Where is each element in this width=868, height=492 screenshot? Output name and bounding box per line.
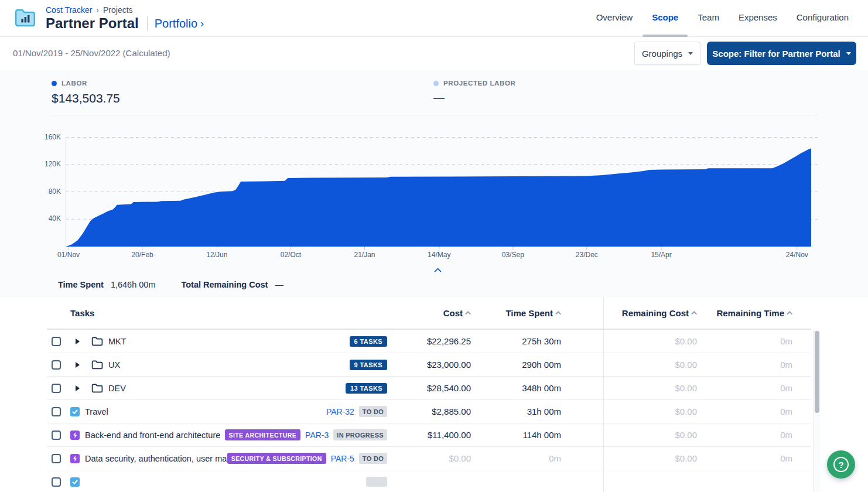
row-checkbox[interactable] [52,360,61,370]
cost-value: $2,885.00 [387,400,471,423]
folder-icon [91,360,103,370]
table-row-group[interactable]: MKT6 TASKS$22,296.25275h 30m$0.000m [47,330,811,353]
total-remaining-cost-value: — [275,280,283,289]
table-row[interactable]: Back-end and front-end architectureSITE … [47,423,811,447]
x-axis-tick-label: 02/Oct [267,251,314,259]
cost-value: $0.00 [387,447,471,470]
title-divider [147,16,148,30]
row-checkbox[interactable] [52,477,61,487]
labor-value: $143,503.75 [52,91,120,105]
scope-filter-button[interactable]: Scope: Filter for Partner Portal [707,42,856,65]
y-axis-tick-label: 120K [34,160,61,168]
epic-icon [70,454,80,463]
task-name: Travel [85,407,108,416]
table-row[interactable] [47,470,811,492]
expand-arrow-icon[interactable] [76,385,80,391]
title-row: Partner Portal Portfolio › [46,15,204,32]
sort-caret-icon [787,310,792,316]
help-button[interactable]: ? [827,450,855,479]
group-name: MKT [108,337,127,346]
cost-chart-panel: LABOR $143,503.75 PROJECTED LABOR — 40K8… [0,70,868,297]
tab-scope[interactable]: Scope [652,12,678,25]
time-spent-value: 290h 00m [471,353,561,376]
sort-caret-icon [555,310,561,316]
row-checkbox[interactable] [52,384,61,393]
expand-arrow-icon[interactable] [76,362,80,368]
chevron-up-icon [434,268,442,275]
table-scrollbar-track[interactable] [813,330,821,492]
table-row-group[interactable]: UX9 TASKS$23,000.00290h 00m$0.000m [47,353,811,377]
row-checkbox[interactable] [52,430,61,440]
task-name: Back-end and front-end architecture [85,430,220,440]
folder-icon [91,336,103,346]
top-header: Cost Tracker › Projects Partner Portal P… [0,0,868,37]
cost-value: $28,540.00 [387,377,471,399]
page-title: Partner Portal [46,15,139,32]
x-axis-tick-label: 15/Apr [638,251,685,259]
remaining-cost-value: $0.00 [603,353,697,376]
question-mark-icon: ? [833,457,849,472]
tab-configuration[interactable]: Configuration [797,12,849,25]
tab-overview[interactable]: Overview [596,12,633,25]
tasks-count-badge: 13 TASKS [346,383,387,394]
remaining-cost-value: $0.00 [603,377,697,399]
collapse-chart-chevron[interactable] [431,267,444,275]
sort-caret-icon [691,310,697,316]
issue-key-link[interactable]: PAR-3 [305,430,329,440]
groupings-button-label: Groupings [642,49,682,59]
groupings-button[interactable]: Groupings [634,42,700,65]
column-header-remaining-cost[interactable]: Remaining Cost [603,297,697,329]
x-axis-tick-label: 23/Dec [563,251,610,259]
tab-expenses[interactable]: Expenses [739,12,777,25]
scope-filter-button-label: Scope: Filter for Partner Portal [712,49,840,59]
y-axis-tick-label: 80K [34,187,61,196]
nav-tabs: OverviewScopeTeamExpensesConfiguration [596,12,849,25]
labor-label: LABOR [61,80,87,87]
status-badge: IN PROGRESS [333,429,387,440]
chart-x-axis-labels: 01/Nov20/Feb12/Jun02/Oct21/Jan14/May03/S… [66,251,818,260]
column-header-cost[interactable]: Cost [387,308,471,318]
table-header-row: Tasks Cost Time Spent Remaining Cost Rem… [47,297,811,330]
breadcrumb-section: Projects [103,5,133,15]
expand-arrow-icon[interactable] [76,339,80,344]
task-name: Data security, authentication, user man.… [85,454,227,463]
tasks-count-badge: 9 TASKS [350,360,387,370]
remaining-cost-value: $0.00 [603,330,697,353]
y-axis-tick-label: 40K [34,214,61,223]
tasks-table: Tasks Cost Time Spent Remaining Cost Rem… [47,297,811,492]
row-checkbox[interactable] [52,454,61,463]
issue-key-link[interactable]: PAR-5 [331,454,354,463]
table-row-group[interactable]: DEV13 TASKS$28,540.00348h 00m$0.000m [47,377,811,400]
tab-team[interactable]: Team [698,12,719,25]
portfolio-link-label: Portfolio [155,17,197,30]
table-row[interactable]: TravelPAR-32TO DO$2,885.0031h 00m$0.000m [47,400,811,423]
row-checkbox[interactable] [52,407,61,416]
column-header-time-spent[interactable]: Time Spent [471,308,561,318]
remaining-cost-value: $0.00 [603,447,697,470]
portfolio-link[interactable]: Portfolio › [155,17,204,30]
status-badge: TO DO [359,406,387,417]
status-badge: TO DO [359,453,387,464]
group-name: DEV [108,384,126,393]
column-header-remaining-time[interactable]: Remaining Time [697,308,792,318]
projected-labor-label: PROJECTED LABOR [443,80,515,87]
status-badge [366,477,387,487]
time-spent-value: 275h 30m [471,330,561,353]
cost-value: $22,296.25 [387,330,471,353]
remaining-cost-value [603,470,697,492]
cost-tracker-folder-chart-icon [14,7,36,30]
table-scrollbar-thumb[interactable] [815,331,819,413]
table-row[interactable]: Data security, authentication, user man.… [47,447,811,470]
x-axis-tick-label: 21/Jan [341,251,388,259]
chevron-right-icon: › [200,18,204,30]
remaining-cost-value: $0.00 [603,423,697,446]
breadcrumb: Cost Tracker › Projects [46,5,133,15]
breadcrumb-app-link[interactable]: Cost Tracker [46,5,92,15]
time-spent-value [471,470,561,492]
row-checkbox[interactable] [52,337,61,346]
remaining-time-value: 0m [697,377,792,399]
labor-area-series [66,148,811,247]
group-name: UX [108,360,120,370]
cost-value [387,470,471,492]
issue-key-link[interactable]: PAR-32 [326,407,354,416]
